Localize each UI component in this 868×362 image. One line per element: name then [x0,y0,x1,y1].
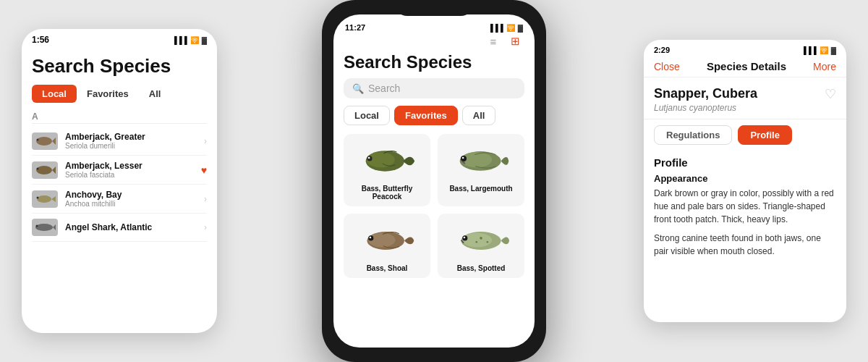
svg-point-23 [370,237,372,239]
fish-card-name-3: Bass, Shoal [367,264,408,272]
fish-card-name-2: Bass, Largemouth [449,185,512,193]
section-letter-a: A [32,111,207,124]
species-name: Snapper, Cubera [654,86,757,101]
center-phone-body: 11:27 ▐▐▐ 🛜 ▓ ≡ ⊞ Search Species 🔍 Searc… [322,0,546,362]
right-nav-bar: Close Species Details More [644,57,846,77]
right-profile-content: Profile Appearance Dark brown or gray in… [644,151,846,269]
fish-row-4[interactable]: Angel Shark, Atlantic › [32,214,207,242]
left-status-icons: ▐▐▐ 🛜 ▓ [171,36,207,44]
fish-row-3[interactable]: Anchovy, Bay Anchoa mitchilli › [32,185,207,214]
tab-profile[interactable]: Profile [738,125,791,145]
center-status-icons: ▐▐▐ 🛜 ▓ [488,24,523,32]
right-status-icons: ▐▐▐ 🛜 ▓ [801,46,836,54]
signal-icon-r: ▐▐▐ [801,46,816,54]
svg-point-9 [35,224,53,231]
profile-subsection-appearance: Appearance [654,173,836,184]
fish-name-4: Angel Shark, Atlantic [65,222,197,232]
tab-local-center[interactable]: Local [344,106,390,125]
fish-card-3[interactable]: Bass, Shoal [344,214,430,278]
fish-row-1[interactable]: Amberjack, Greater Seriola dumerili › [32,127,207,156]
fish-card-1[interactable]: Bass, Butterfly Peacock [344,134,430,206]
battery-icon: ▓ [202,36,207,44]
svg-point-28 [480,237,482,240]
fish-thumb-1 [32,132,58,150]
wifi-icon-c: 🛜 [506,24,515,32]
fish-card-4[interactable]: Bass, Spotted [438,214,524,278]
right-status-bar: 2:29 ▐▐▐ 🛜 ▓ [644,40,846,57]
profile-section-title: Profile [654,156,836,169]
heart-icon-2: ♥ [201,164,207,176]
tab-local-left[interactable]: Local [32,85,77,103]
fish-latin-3: Anchoa mitchilli [65,200,197,208]
fish-thumb-2 [32,161,58,179]
fish-thumb-3 [32,190,58,208]
wifi-icon-r: 🛜 [820,46,828,54]
left-status-bar: 1:56 ▐▐▐ 🛜 ▓ [22,29,217,48]
svg-point-29 [487,241,489,243]
fish-card-2[interactable]: Bass, Largemouth [438,134,524,206]
profile-text-1: Dark brown or gray in color, possibly wi… [654,187,836,226]
signal-icon: ▐▐▐ [171,36,187,44]
battery-icon-r: ▓ [831,46,836,54]
list-view-icon[interactable]: ≡ [485,33,501,49]
tab-regulations[interactable]: Regulations [654,125,732,145]
fish-row-2[interactable]: Amberjack, Lesser Seriola fasciata ♥ [32,156,207,185]
center-tab-bar: Local Favorites All [344,106,524,125]
fish-latin-1: Seriola dumerili [65,142,197,150]
more-button[interactable]: More [813,61,836,72]
phone-notch [394,0,474,16]
grid-view-icon[interactable]: ⊞ [507,33,523,49]
right-panel: 2:29 ▐▐▐ 🛜 ▓ Close Species Details More … [644,40,846,322]
svg-point-30 [475,241,477,243]
left-page-title: Search Species [32,55,207,77]
center-page-title: Search Species [344,52,524,72]
right-time: 2:29 [654,46,670,54]
center-status-bar: 11:27 ▐▐▐ 🛜 ▓ [333,19,535,33]
left-time: 1:56 [32,35,49,45]
center-phone-wrap: 11:27 ▐▐▐ 🛜 ▓ ≡ ⊞ Search Species 🔍 Searc… [322,0,546,362]
search-icon: 🔍 [352,83,364,94]
fish-info-4: Angel Shark, Atlantic [65,222,197,232]
fish-info-1: Amberjack, Greater Seriola dumerili [65,132,197,150]
battery-icon-c: ▓ [518,24,523,32]
tab-all-left[interactable]: All [139,85,171,103]
svg-point-11 [36,225,38,227]
close-button[interactable]: Close [654,61,680,72]
search-placeholder-text: Search [368,83,400,94]
fish-card-name-1: Bass, Butterfly Peacock [349,185,425,201]
nav-title: Species Details [707,60,786,72]
species-header: Snapper, Cubera Lutjanus cyanopterus ♡ [644,77,846,119]
svg-point-3 [36,166,52,174]
fish-card-img-3 [349,219,425,261]
chevron-right-icon-3: › [204,194,207,204]
fish-info-2: Amberjack, Lesser Seriola fasciata [65,161,194,179]
tab-all-center[interactable]: All [462,106,496,125]
right-tab-bar: Regulations Profile [644,119,846,151]
svg-marker-10 [53,224,56,230]
svg-point-8 [37,196,39,198]
svg-point-5 [37,167,39,169]
search-bar[interactable]: 🔍 Search [344,78,524,98]
fish-card-img-2 [443,140,519,182]
wifi-icon: 🛜 [190,36,199,44]
svg-point-27 [464,237,466,239]
center-phone-inner: 11:27 ▐▐▐ 🛜 ▓ ≡ ⊞ Search Species 🔍 Searc… [333,14,535,348]
tab-favorites-center[interactable]: Favorites [394,106,458,125]
svg-point-0 [36,137,52,146]
fish-name-1: Amberjack, Greater [65,132,197,142]
fish-name-2: Amberjack, Lesser [65,161,194,171]
view-toggle: ≡ ⊞ [344,33,524,49]
fish-card-name-4: Bass, Spotted [457,264,506,272]
heart-outline-icon[interactable]: ♡ [825,86,836,102]
svg-point-15 [368,157,370,159]
tab-favorites-left[interactable]: Favorites [77,85,139,103]
fish-latin-2: Seriola fasciata [65,171,194,179]
svg-point-25 [462,233,492,248]
svg-point-6 [37,195,51,203]
svg-marker-1 [52,138,56,145]
fish-grid: Bass, Butterfly Peacock [344,134,524,278]
fish-info-3: Anchovy, Bay Anchoa mitchilli [65,190,197,208]
chevron-right-icon-1: › [204,136,207,146]
signal-icon-c: ▐▐▐ [488,24,503,32]
svg-point-2 [37,138,39,140]
